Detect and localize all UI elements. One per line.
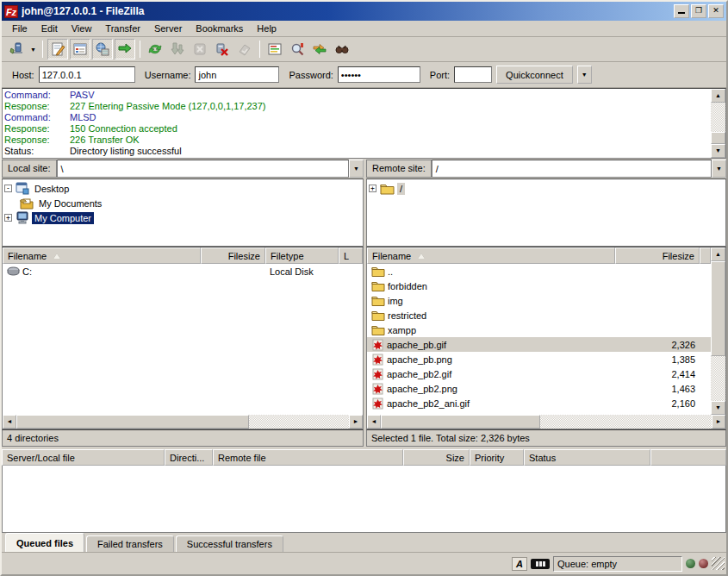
expand-icon[interactable]: + — [4, 214, 12, 222]
quickconnect-button[interactable]: Quickconnect — [496, 66, 573, 84]
column-header-priority[interactable]: Priority — [470, 449, 524, 466]
remote-site-combobox[interactable]: / — [432, 160, 712, 178]
remote-file-row[interactable]: restricted — [367, 308, 711, 322]
tab-queued-files[interactable]: Queued files — [5, 533, 84, 552]
toggle-local-tree-button[interactable] — [70, 39, 90, 59]
local-site-dropdown[interactable]: ▼ — [349, 160, 364, 178]
remote-file-row[interactable]: apache_pb2.gif 2,414 — [367, 366, 711, 381]
refresh-button[interactable] — [145, 39, 165, 59]
column-header-last-modified[interactable]: L — [339, 247, 363, 264]
scroll-left-arrow[interactable]: ◄ — [367, 415, 381, 429]
column-header-filesize[interactable]: Filesize — [615, 247, 700, 264]
column-header-remote-file[interactable]: Remote file — [213, 449, 403, 466]
process-queue-button[interactable] — [167, 39, 188, 59]
username-input[interactable] — [195, 66, 279, 83]
message-log-lines: Command:PASV Response:227 Entering Passi… — [3, 89, 711, 158]
scrollbar-thumb[interactable] — [16, 415, 249, 429]
quickconnect-dropdown[interactable]: ▼ — [577, 66, 592, 84]
local-file-row[interactable]: C: Local Disk — [3, 264, 363, 279]
local-horizontal-scrollbar[interactable]: ◄ ► — [3, 415, 363, 429]
remote-file-row[interactable]: apache_pb2.png 1,463 — [367, 381, 711, 396]
menu-server[interactable]: Server — [147, 22, 189, 35]
toggle-message-log-button[interactable] — [47, 39, 68, 59]
remote-horizontal-scrollbar[interactable]: ◄ ► — [367, 415, 725, 429]
data-type-indicator-icon: A — [512, 557, 527, 571]
scrollbar-thumb[interactable] — [711, 261, 725, 356]
remote-file-row[interactable]: .. — [367, 264, 711, 279]
scroll-right-arrow[interactable]: ► — [712, 415, 725, 429]
menu-transfer[interactable]: Transfer — [98, 22, 147, 35]
disconnect-button[interactable] — [212, 39, 233, 59]
expand-icon[interactable]: + — [369, 185, 376, 192]
remote-tree-icon — [95, 41, 110, 57]
port-input[interactable] — [454, 66, 492, 83]
image-file-icon — [371, 383, 384, 395]
image-file-icon — [371, 354, 384, 366]
site-manager-button[interactable] — [6, 39, 27, 59]
remote-file-row[interactable]: apache_pb.png 1,385 — [367, 352, 711, 366]
column-header-size[interactable]: Size — [403, 449, 470, 466]
menu-help[interactable]: Help — [250, 22, 283, 35]
column-header-filename[interactable]: Filename — [367, 247, 615, 264]
menu-file[interactable]: File — [5, 22, 34, 35]
tree-item-my-documents[interactable]: My Documents — [4, 196, 361, 210]
find-files-button[interactable] — [332, 39, 352, 59]
remote-list-body: .. forbidden img — [367, 264, 711, 415]
close-button[interactable]: ✕ — [708, 4, 724, 18]
log-vertical-scrollbar[interactable]: ▲ ▼ — [711, 89, 725, 158]
log-line: Status:Directory listing successful — [4, 146, 709, 157]
toggle-remote-tree-button[interactable] — [92, 39, 113, 59]
filter-button[interactable] — [264, 39, 285, 59]
scrollbar-thumb[interactable] — [381, 415, 540, 429]
remote-vertical-scrollbar[interactable]: ▲ ▼ — [711, 247, 725, 415]
scroll-up-arrow[interactable]: ▲ — [711, 89, 725, 103]
tab-successful-transfers[interactable]: Successful transfers — [176, 535, 283, 552]
activity-led-green-icon — [686, 559, 695, 568]
collapse-icon[interactable]: - — [4, 185, 12, 192]
menu-edit[interactable]: Edit — [34, 22, 65, 35]
host-input[interactable] — [39, 66, 135, 83]
reconnect-button[interactable] — [234, 39, 255, 59]
column-header-status[interactable]: Status — [524, 449, 650, 466]
cancel-button[interactable] — [190, 39, 210, 59]
remote-file-row[interactable]: apache_pb2_ani.gif 2,160 — [367, 396, 711, 410]
menu-bookmarks[interactable]: Bookmarks — [189, 22, 250, 35]
synchronized-browsing-button[interactable] — [309, 39, 330, 59]
tree-item-my-computer[interactable]: + My Computer — [4, 210, 361, 225]
maximize-button[interactable]: ❐ — [691, 4, 706, 18]
local-site-bar: Local site: \ ▼ — [2, 159, 364, 178]
menu-view[interactable]: View — [65, 22, 99, 35]
password-input[interactable] — [338, 66, 420, 83]
tree-item-root[interactable]: + / — [369, 181, 724, 196]
remote-file-row-selected[interactable]: apache_pb.gif 2,326 — [367, 337, 711, 352]
window-title: john@127.0.0.1 - FileZilla — [22, 5, 672, 17]
toggle-transfer-queue-button[interactable] — [115, 39, 135, 59]
remote-file-row[interactable]: img — [367, 293, 711, 308]
remote-file-row[interactable]: forbidden — [367, 279, 711, 293]
column-header-server-local-file[interactable]: Server/Local file — [2, 449, 165, 466]
remote-site-dropdown[interactable]: ▼ — [712, 160, 726, 178]
scroll-down-arrow[interactable]: ▼ — [711, 401, 725, 415]
image-file-icon — [371, 339, 384, 351]
column-header-filesize[interactable]: Filesize — [201, 247, 265, 264]
resize-grip[interactable] — [712, 557, 725, 570]
remote-file-row[interactable]: xampp — [367, 322, 711, 337]
local-site-combobox[interactable]: \ — [57, 160, 349, 178]
process-queue-icon — [170, 41, 185, 57]
scrollbar-thumb[interactable] — [711, 132, 725, 144]
minimize-button[interactable] — [674, 4, 689, 18]
scroll-down-arrow[interactable]: ▼ — [711, 144, 725, 158]
column-header-filetype[interactable]: Filetype — [265, 247, 339, 264]
scroll-left-arrow[interactable]: ◄ — [3, 415, 16, 429]
column-header-direction[interactable]: Directi... — [165, 449, 213, 466]
column-header-filename[interactable]: Filename — [3, 247, 201, 264]
directory-comparison-button[interactable] — [287, 39, 308, 59]
site-manager-dropdown[interactable]: ▼ — [28, 39, 39, 59]
folder-icon — [371, 310, 385, 321]
tree-item-desktop[interactable]: - Desktop — [4, 181, 361, 196]
tab-failed-transfers[interactable]: Failed transfers — [86, 535, 174, 552]
menubar: File Edit View Transfer Server Bookmarks… — [2, 21, 726, 37]
scroll-up-arrow[interactable]: ▲ — [711, 247, 725, 261]
scroll-right-arrow[interactable]: ► — [349, 415, 363, 429]
local-file-list: Filename Filesize Filetype L C: Local Di… — [2, 247, 364, 429]
